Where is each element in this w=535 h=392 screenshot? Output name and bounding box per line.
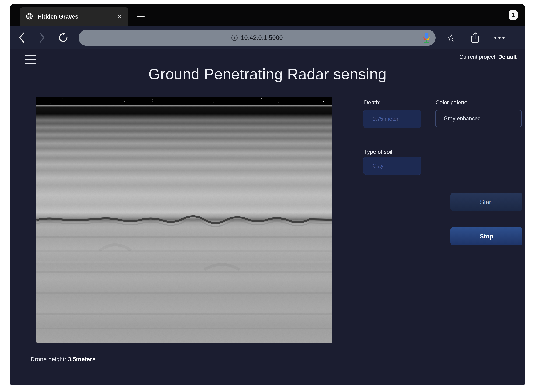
new-tab-button[interactable] xyxy=(136,12,145,21)
tab-title: Hidden Graves xyxy=(38,13,112,20)
gpr-radargram-image xyxy=(36,97,332,343)
share-icon xyxy=(471,32,480,44)
tab-count-badge[interactable]: 1 xyxy=(509,10,518,20)
current-project-label: Current project: xyxy=(459,54,497,60)
depth-label: Depth: xyxy=(364,99,380,106)
chevron-right-icon xyxy=(38,32,46,44)
soil-field[interactable]: Clay xyxy=(363,157,421,175)
close-icon xyxy=(117,14,122,20)
mic-icon xyxy=(423,32,430,44)
browser-tab[interactable]: Hidden Graves xyxy=(20,7,128,26)
chevron-left-icon xyxy=(18,32,26,44)
palette-select[interactable]: Gray enhanced xyxy=(435,110,522,127)
tab-close-button[interactable] xyxy=(117,14,122,20)
drone-height-label: Drone height: xyxy=(30,356,66,362)
drone-height-status: Drone height: 3.5meters xyxy=(30,356,96,363)
url-text: 10.42.0.1:5000 xyxy=(241,34,283,42)
bookmark-button[interactable]: ☆ xyxy=(446,33,456,43)
back-button[interactable] xyxy=(18,32,26,44)
depth-field[interactable]: 0.75 meter xyxy=(363,110,421,128)
ellipsis-icon xyxy=(494,37,505,39)
reload-icon xyxy=(58,32,68,43)
start-button[interactable]: Start xyxy=(451,193,522,211)
forward-button[interactable] xyxy=(38,32,46,44)
overflow-menu-button[interactable] xyxy=(494,37,505,39)
info-icon: i xyxy=(231,35,238,41)
mic-button[interactable] xyxy=(423,32,430,44)
browser-window: Hidden Graves 1 xyxy=(10,4,525,385)
stop-button[interactable]: Stop xyxy=(451,227,522,245)
nav-toolbar: i 10.42.0.1:5000 xyxy=(10,26,525,49)
current-project: Current project: Default xyxy=(459,54,517,60)
share-button[interactable] xyxy=(471,32,480,44)
palette-label: Color palette: xyxy=(436,99,469,106)
plus-icon xyxy=(136,12,145,21)
star-icon: ☆ xyxy=(446,33,456,43)
drone-height-value: 3.5meters xyxy=(68,356,96,362)
device-frame: Hidden Graves 1 xyxy=(0,0,535,392)
current-project-value: Default xyxy=(498,54,517,60)
reload-button[interactable] xyxy=(58,32,68,43)
page-content: Current project: Default Ground Penetrat… xyxy=(10,49,525,385)
globe-icon xyxy=(26,13,33,21)
hamburger-menu-button[interactable] xyxy=(24,55,37,65)
tab-bar: Hidden Graves 1 xyxy=(10,4,525,26)
page-title: Ground Penetrating Radar sensing xyxy=(10,65,525,83)
url-bar[interactable]: i 10.42.0.1:5000 xyxy=(79,30,436,46)
soil-label: Type of soil: xyxy=(364,149,394,155)
